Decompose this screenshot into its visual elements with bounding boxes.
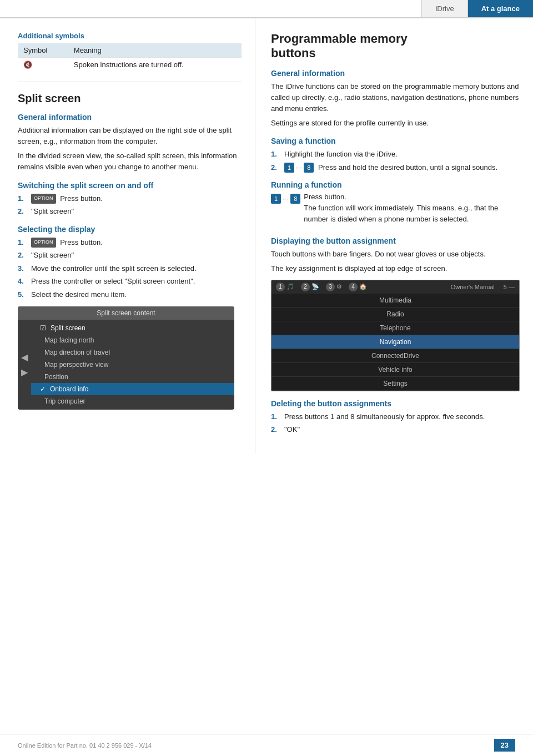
list-item: 1. OPTION Press button.	[18, 237, 242, 248]
saving-step2: Press and hold the desired button, until…	[318, 163, 497, 172]
btn-3: 3 ⚙	[326, 283, 342, 291]
switching-list: 1. OPTION Press button. 2. "Split screen…	[18, 193, 242, 217]
btn-5: 5 —	[504, 284, 515, 290]
menu-row-multimedia: Multimedia	[271, 294, 519, 308]
owners-manual-label: Owner's Manual	[451, 284, 495, 290]
gen-info-text1-right: The iDrive functions can be stored on th…	[271, 81, 520, 114]
screenshot-menu-item: Map direction of travel	[31, 346, 234, 359]
list-item: 1. OPTION Press button.	[18, 193, 242, 204]
menu-row-vehicle-info: Vehicle info	[271, 363, 519, 377]
list-item: 4. Press the controller or select "Split…	[18, 276, 242, 287]
displaying-heading: Displaying the button assignment	[271, 236, 520, 245]
general-info-text1: Additional information can be displayed …	[18, 125, 242, 147]
split-screen-section: Split screen General information Additio…	[18, 92, 242, 410]
additional-symbols-title: Additional symbols	[18, 32, 242, 40]
left-column: Additional symbols Symbol Meaning 🔇 Spok…	[0, 18, 255, 453]
saving-list: 1. Highlight the function via the iDrive…	[271, 149, 520, 173]
page-number: 23	[494, 739, 515, 752]
btn-2: 2 📡	[301, 283, 319, 291]
selecting-step4: Press the controller or select "Split sc…	[31, 276, 195, 287]
checkmark-icon: ☑	[40, 324, 46, 332]
screenshot-nav-col: ◀ ▶	[18, 320, 31, 410]
list-item: 2. "OK"	[271, 424, 520, 435]
running-func-icons: 1 ··· 8	[271, 194, 300, 204]
func-icons: 1 ··· 8	[284, 163, 314, 173]
left-arrow-icon[interactable]: ◀	[21, 352, 28, 362]
screenshot-body: ◀ ▶ ☑ Split screen Map facing north	[18, 320, 234, 410]
copyright-text: Online Edition for Part no. 01 40 2 956 …	[18, 742, 152, 749]
deleting-list: 1. Press buttons 1 and 8 simultaneously …	[271, 411, 520, 435]
screenshot-menu-item-onboard: ✓ Onboard info	[31, 383, 234, 395]
deleting-step1: Press buttons 1 and 8 simultaneously for…	[284, 411, 485, 422]
displaying-text2: The key assignment is displayed at top e…	[271, 263, 520, 274]
saving-step1: Highlight the function via the iDrive.	[284, 149, 398, 160]
page-header: iDrive At a glance	[0, 0, 533, 18]
button-display-menu: Multimedia Radio Telephone Navigation Co…	[271, 294, 519, 391]
right-arrow-icon[interactable]: ▶	[21, 367, 28, 377]
page-body: Additional symbols Symbol Meaning 🔇 Spok…	[0, 18, 533, 453]
screenshot-menu-item: Map facing north	[31, 334, 234, 346]
button-display-topbar: 1 🎵 2 📡 3 ⚙ 4 🏠 Owner's Ma	[271, 280, 519, 294]
selecting-step5: Select the desired menu item.	[31, 289, 127, 300]
switching-heading: Switching the split screen on and off	[18, 181, 242, 190]
btn-4: 4 🏠	[349, 283, 367, 291]
divider-1	[18, 82, 242, 82]
page-footer: Online Edition for Part no. 01 40 2 956 …	[0, 734, 533, 756]
displaying-text1: Touch buttons with bare fingers. Do not …	[271, 249, 520, 260]
list-item: 1. Highlight the function via the iDrive…	[271, 149, 520, 160]
deleting-heading: Deleting the button assignments	[271, 399, 520, 408]
general-info-heading-left: General information	[18, 113, 242, 122]
option-button-icon-2: OPTION	[31, 238, 56, 248]
list-item: 2. "Split screen"	[18, 250, 242, 261]
selecting-list: 1. OPTION Press button. 2. "Split screen…	[18, 237, 242, 300]
running-text: The function will work immediately. This…	[304, 203, 520, 225]
right-column: Programmable memory buttons General info…	[255, 18, 533, 453]
deleting-step2: "OK"	[284, 424, 300, 435]
menu-row-settings: Settings	[271, 377, 519, 391]
meaning-col-header: Meaning	[68, 43, 242, 58]
btn-1: 1 🎵	[276, 283, 294, 291]
check-active-icon: ✓	[40, 385, 46, 393]
list-item: 2. 1 ··· 8 Press and hold the desired bu…	[271, 162, 520, 173]
table-row: 🔇 Spoken instructions are turned off.	[18, 58, 242, 72]
menu-row-radio: Radio	[271, 308, 519, 321]
screenshot-menu: ☑ Split screen Map facing north Map dire…	[31, 320, 234, 410]
switching-step1: Press button.	[60, 194, 103, 203]
menu-row-telephone: Telephone	[271, 321, 519, 335]
list-item: 1. Press buttons 1 and 8 simultaneously …	[271, 411, 520, 422]
saving-function-heading: Saving a function	[271, 137, 520, 145]
screenshot-menu-item: Trip computer	[31, 395, 234, 407]
button-assignment-display: 1 🎵 2 📡 3 ⚙ 4 🏠 Owner's Ma	[271, 280, 520, 391]
screenshot-title: Split screen content	[18, 306, 234, 320]
prog-memory-title: Programmable memory buttons	[271, 32, 520, 61]
additional-symbols-section: Additional symbols Symbol Meaning 🔇 Spok…	[18, 32, 242, 72]
split-screen-screenshot: Split screen content ◀ ▶ ☑ Split screen	[18, 306, 234, 410]
general-info-text2: In the divided screen view, the so-calle…	[18, 150, 242, 173]
header-left	[0, 4, 421, 13]
menu-row-navigation: Navigation	[271, 335, 519, 349]
tab-at-a-glance[interactable]: At a glance	[467, 0, 533, 17]
header-tabs: iDrive At a glance	[421, 0, 533, 17]
selecting-step3: Move the controller until the split scre…	[31, 263, 197, 274]
selecting-heading: Selecting the display	[18, 225, 242, 234]
symbol-cell: 🔇	[18, 58, 68, 72]
running-section: 1 ··· 8 Press button. The function will …	[271, 193, 520, 228]
screenshot-menu-item: Map perspective view	[31, 359, 234, 371]
screenshot-menu-item: Position	[31, 371, 234, 383]
tab-idrive[interactable]: iDrive	[421, 0, 467, 17]
screenshot-menu-item: ☑ Split screen	[31, 322, 234, 334]
option-button-icon: OPTION	[31, 194, 56, 204]
split-screen-title: Split screen	[18, 92, 242, 105]
list-item: 5. Select the desired menu item.	[18, 289, 242, 300]
symbol-col-header: Symbol	[18, 43, 68, 58]
selecting-step1: Press button.	[60, 238, 103, 246]
selecting-step2: "Split screen"	[31, 250, 74, 261]
gen-info-text2-right: Settings are stored for the profile curr…	[271, 118, 520, 129]
running-heading: Running a function	[271, 180, 520, 189]
list-item: 2. "Split screen"	[18, 206, 242, 217]
menu-row-connecteddrive: ConnectedDrive	[271, 349, 519, 363]
gen-info-heading-right: General information	[271, 69, 520, 78]
switching-step2: "Split screen"	[31, 206, 74, 217]
running-step1: Press button.	[304, 193, 346, 201]
symbols-table: Symbol Meaning 🔇 Spoken instructions are…	[18, 43, 242, 72]
